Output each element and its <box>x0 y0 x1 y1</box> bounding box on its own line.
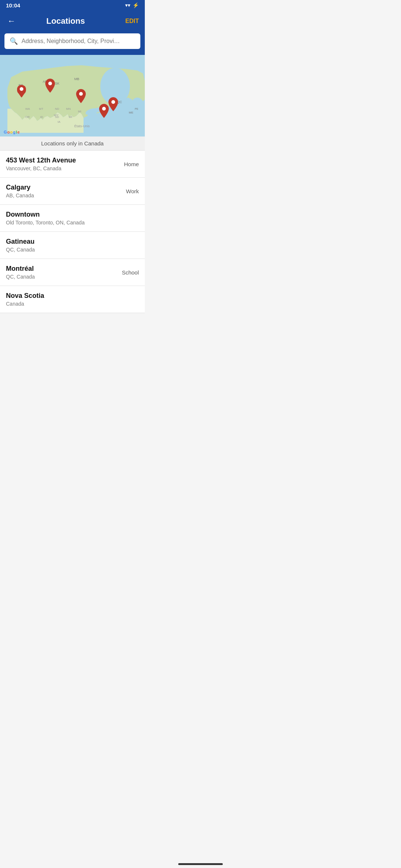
location-item-5[interactable]: Nova Scotia Canada <box>0 286 145 313</box>
location-tag-4: School <box>122 269 139 276</box>
page-title: Locations <box>6 16 125 26</box>
map-svg: BC AB SK MB QC ME PE WA OR MT ID ND SD M… <box>0 55 145 137</box>
status-icons: ▾▾ ⚡ <box>125 2 139 8</box>
status-time: 10:04 <box>6 2 20 9</box>
location-info-4: Montréal QC, Canada <box>6 265 122 280</box>
svg-text:WY: WY <box>54 114 59 117</box>
location-name-0: 453 West 12th Avenue <box>6 157 124 164</box>
svg-text:MI: MI <box>78 110 81 113</box>
location-name-4: Montréal <box>6 265 122 273</box>
wifi-icon: ▾▾ <box>125 2 130 8</box>
location-tag-0: Home <box>124 161 139 167</box>
location-item-3[interactable]: Gatineau QC, Canada <box>0 232 145 259</box>
svg-text:IA: IA <box>58 120 61 124</box>
svg-point-29 <box>111 100 115 104</box>
header: ← Locations EDIT <box>0 10 145 33</box>
svg-text:MB: MB <box>74 77 79 81</box>
location-sub-1: AB, Canada <box>6 193 126 198</box>
edit-button[interactable]: EDIT <box>125 18 139 24</box>
location-item-1[interactable]: Calgary AB, Canada Work <box>0 178 145 205</box>
svg-text:MT: MT <box>39 107 43 111</box>
svg-point-27 <box>79 92 83 96</box>
svg-text:États-Unis: États-Unis <box>74 124 90 128</box>
search-container: 🔍 <box>0 33 145 55</box>
status-bar: 10:04 ▾▾ ⚡ <box>0 0 145 10</box>
svg-text:ME: ME <box>129 111 133 114</box>
map-subtitle: Locations only in Canada <box>0 137 145 151</box>
svg-text:WI: WI <box>69 115 72 119</box>
location-sub-3: QC, Canada <box>6 247 139 253</box>
location-sub-4: QC, Canada <box>6 274 122 280</box>
location-info-5: Nova Scotia Canada <box>6 292 139 307</box>
location-item-2[interactable]: Downtown Old Toronto, Toronto, ON, Canad… <box>0 205 145 232</box>
svg-text:SK: SK <box>55 82 59 85</box>
location-info-1: Calgary AB, Canada <box>6 184 126 198</box>
location-sub-5: Canada <box>6 301 139 307</box>
svg-text:ND: ND <box>55 107 59 111</box>
location-name-5: Nova Scotia <box>6 292 139 300</box>
location-tag-1: Work <box>126 188 139 194</box>
location-list: 453 West 12th Avenue Vancouver, BC, Cana… <box>0 151 145 313</box>
svg-text:ID: ID <box>40 115 43 119</box>
location-item-4[interactable]: Montréal QC, Canada School <box>0 259 145 286</box>
svg-text:PE: PE <box>135 108 138 110</box>
svg-text:WA: WA <box>25 107 30 111</box>
svg-point-26 <box>48 82 52 85</box>
svg-point-25 <box>20 87 23 91</box>
search-input[interactable] <box>22 38 135 45</box>
location-info-0: 453 West 12th Avenue Vancouver, BC, Cana… <box>6 157 124 171</box>
location-sub-2: Old Toronto, Toronto, ON, Canada <box>6 220 139 226</box>
location-item-0[interactable]: 453 West 12th Avenue Vancouver, BC, Cana… <box>0 151 145 178</box>
battery-icon: ⚡ <box>133 2 139 8</box>
location-sub-0: Vancouver, BC, Canada <box>6 165 124 171</box>
location-name-2: Downtown <box>6 211 139 218</box>
location-info-3: Gatineau QC, Canada <box>6 238 139 253</box>
search-bar[interactable]: 🔍 <box>4 33 140 49</box>
location-name-1: Calgary <box>6 184 126 191</box>
svg-point-28 <box>102 107 106 111</box>
google-logo: Google <box>4 130 20 134</box>
search-icon: 🔍 <box>10 37 18 45</box>
map-container[interactable]: BC AB SK MB QC ME PE WA OR MT ID ND SD M… <box>0 55 145 137</box>
location-name-3: Gatineau <box>6 238 139 246</box>
svg-text:OR: OR <box>25 115 30 119</box>
location-info-2: Downtown Old Toronto, Toronto, ON, Canad… <box>6 211 139 226</box>
svg-text:MN: MN <box>66 107 71 111</box>
